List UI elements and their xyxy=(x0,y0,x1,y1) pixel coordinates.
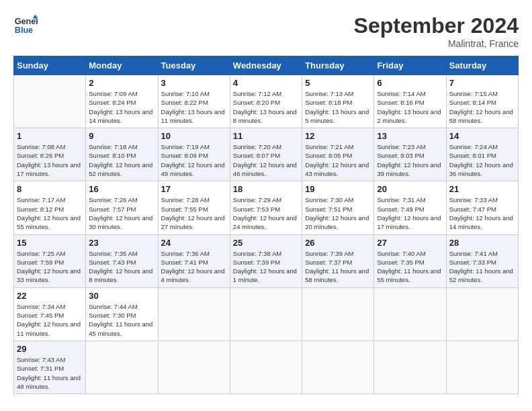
day-detail: Sunrise: 7:40 AMSunset: 7:35 PMDaylight:… xyxy=(377,249,443,285)
day-number: 29 xyxy=(17,344,83,354)
day-detail: Sunrise: 7:14 AMSunset: 8:16 PMDaylight:… xyxy=(377,89,443,125)
calendar-cell xyxy=(86,340,158,394)
calendar-cell xyxy=(446,287,518,340)
calendar-cell: 25Sunrise: 7:38 AMSunset: 7:39 PMDayligh… xyxy=(230,234,302,287)
day-number: 18 xyxy=(233,184,299,194)
calendar-cell xyxy=(230,340,302,394)
weekday-header-row: SundayMondayTuesdayWednesdayThursdayFrid… xyxy=(14,56,519,75)
calendar-week-6: 29Sunrise: 7:43 AMSunset: 7:31 PMDayligh… xyxy=(14,340,519,394)
day-number: 17 xyxy=(161,184,227,194)
day-detail: Sunrise: 7:18 AMSunset: 8:10 PMDaylight:… xyxy=(89,142,154,178)
day-number: 7 xyxy=(449,78,515,88)
day-number: 2 xyxy=(89,78,154,88)
calendar-cell: 15Sunrise: 7:25 AMSunset: 7:59 PMDayligh… xyxy=(14,234,86,287)
calendar-cell: 2Sunrise: 7:09 AMSunset: 8:24 PMDaylight… xyxy=(86,75,158,128)
weekday-header-wednesday: Wednesday xyxy=(230,56,302,75)
day-detail: Sunrise: 7:30 AMSunset: 7:51 PMDaylight:… xyxy=(305,195,371,231)
day-detail: Sunrise: 7:35 AMSunset: 7:43 PMDaylight:… xyxy=(89,249,154,285)
calendar-cell: 8Sunrise: 7:17 AMSunset: 8:12 PMDaylight… xyxy=(14,181,86,234)
day-detail: Sunrise: 7:25 AMSunset: 7:59 PMDaylight:… xyxy=(17,249,83,285)
calendar-cell: 6Sunrise: 7:14 AMSunset: 8:16 PMDaylight… xyxy=(374,75,446,128)
day-number: 12 xyxy=(305,131,371,141)
calendar-cell: 28Sunrise: 7:41 AMSunset: 7:33 PMDayligh… xyxy=(446,234,518,287)
day-number: 4 xyxy=(233,78,299,88)
day-detail: Sunrise: 7:15 AMSunset: 8:14 PMDaylight:… xyxy=(449,89,515,125)
day-number: 21 xyxy=(449,184,515,194)
calendar-cell: 20Sunrise: 7:31 AMSunset: 7:49 PMDayligh… xyxy=(374,181,446,234)
day-number: 6 xyxy=(377,78,443,88)
calendar-cell xyxy=(158,340,230,394)
calendar-cell: 5Sunrise: 7:13 AMSunset: 8:18 PMDaylight… xyxy=(302,75,374,128)
calendar-week-2: 1Sunrise: 7:08 AMSunset: 8:26 PMDaylight… xyxy=(14,128,519,181)
day-number: 11 xyxy=(233,131,299,141)
calendar-cell: 27Sunrise: 7:40 AMSunset: 7:35 PMDayligh… xyxy=(374,234,446,287)
weekday-header-friday: Friday xyxy=(374,56,446,75)
day-detail: Sunrise: 7:33 AMSunset: 7:47 PMDaylight:… xyxy=(449,195,515,231)
day-number: 19 xyxy=(305,184,371,194)
day-detail: Sunrise: 7:29 AMSunset: 7:53 PMDaylight:… xyxy=(233,195,299,231)
weekday-header-saturday: Saturday xyxy=(446,56,518,75)
weekday-header-tuesday: Tuesday xyxy=(158,56,230,75)
day-detail: Sunrise: 7:10 AMSunset: 8:22 PMDaylight:… xyxy=(161,89,227,125)
calendar-cell xyxy=(302,340,374,394)
calendar-cell: 7Sunrise: 7:15 AMSunset: 8:14 PMDaylight… xyxy=(446,75,518,128)
day-number: 1 xyxy=(17,131,83,141)
calendar-cell xyxy=(14,75,86,128)
calendar-week-4: 15Sunrise: 7:25 AMSunset: 7:59 PMDayligh… xyxy=(14,234,519,287)
day-detail: Sunrise: 7:44 AMSunset: 7:30 PMDaylight:… xyxy=(89,302,154,338)
day-detail: Sunrise: 7:24 AMSunset: 8:01 PMDaylight:… xyxy=(449,142,515,178)
calendar-cell xyxy=(230,287,302,340)
calendar-cell xyxy=(446,340,518,394)
day-detail: Sunrise: 7:43 AMSunset: 7:31 PMDaylight:… xyxy=(17,355,83,391)
day-detail: Sunrise: 7:09 AMSunset: 8:24 PMDaylight:… xyxy=(89,89,154,125)
calendar-cell xyxy=(374,287,446,340)
calendar-cell: 4Sunrise: 7:12 AMSunset: 8:20 PMDaylight… xyxy=(230,75,302,128)
day-detail: Sunrise: 7:20 AMSunset: 8:07 PMDaylight:… xyxy=(233,142,299,178)
logo: General Blue xyxy=(13,13,38,38)
day-number: 26 xyxy=(305,238,371,248)
day-detail: Sunrise: 7:12 AMSunset: 8:20 PMDaylight:… xyxy=(233,89,299,125)
weekday-header-thursday: Thursday xyxy=(302,56,374,75)
calendar-week-1: 2Sunrise: 7:09 AMSunset: 8:24 PMDaylight… xyxy=(14,75,519,128)
calendar-cell: 11Sunrise: 7:20 AMSunset: 8:07 PMDayligh… xyxy=(230,128,302,181)
day-number: 22 xyxy=(17,291,83,301)
calendar-cell: 10Sunrise: 7:19 AMSunset: 8:09 PMDayligh… xyxy=(158,128,230,181)
svg-text:Blue: Blue xyxy=(15,26,33,35)
day-detail: Sunrise: 7:39 AMSunset: 7:37 PMDaylight:… xyxy=(305,249,371,285)
calendar-cell: 17Sunrise: 7:28 AMSunset: 7:55 PMDayligh… xyxy=(158,181,230,234)
calendar-week-5: 22Sunrise: 7:34 AMSunset: 7:45 PMDayligh… xyxy=(14,287,519,340)
day-detail: Sunrise: 7:41 AMSunset: 7:33 PMDaylight:… xyxy=(449,249,515,285)
weekday-header-sunday: Sunday xyxy=(14,56,86,75)
day-detail: Sunrise: 7:38 AMSunset: 7:39 PMDaylight:… xyxy=(233,249,299,285)
calendar-cell: 16Sunrise: 7:26 AMSunset: 7:57 PMDayligh… xyxy=(86,181,158,234)
calendar-table: SundayMondayTuesdayWednesdayThursdayFrid… xyxy=(13,56,519,394)
calendar-cell: 22Sunrise: 7:34 AMSunset: 7:45 PMDayligh… xyxy=(14,287,86,340)
day-detail: Sunrise: 7:19 AMSunset: 8:09 PMDaylight:… xyxy=(161,142,227,178)
calendar-cell: 14Sunrise: 7:24 AMSunset: 8:01 PMDayligh… xyxy=(446,128,518,181)
calendar-cell: 24Sunrise: 7:36 AMSunset: 7:41 PMDayligh… xyxy=(158,234,230,287)
calendar-cell: 18Sunrise: 7:29 AMSunset: 7:53 PMDayligh… xyxy=(230,181,302,234)
calendar-cell xyxy=(374,340,446,394)
day-detail: Sunrise: 7:13 AMSunset: 8:18 PMDaylight:… xyxy=(305,89,371,125)
calendar-cell: 1Sunrise: 7:08 AMSunset: 8:26 PMDaylight… xyxy=(14,128,86,181)
day-number: 28 xyxy=(449,238,515,248)
day-detail: Sunrise: 7:26 AMSunset: 7:57 PMDaylight:… xyxy=(89,195,154,231)
day-number: 9 xyxy=(89,131,154,141)
day-detail: Sunrise: 7:34 AMSunset: 7:45 PMDaylight:… xyxy=(17,302,83,338)
day-number: 3 xyxy=(161,78,227,88)
calendar-cell xyxy=(302,287,374,340)
calendar-cell: 19Sunrise: 7:30 AMSunset: 7:51 PMDayligh… xyxy=(302,181,374,234)
month-title: September 2024 xyxy=(354,13,519,38)
logo-icon: General Blue xyxy=(13,13,38,38)
day-detail: Sunrise: 7:08 AMSunset: 8:26 PMDaylight:… xyxy=(17,142,83,178)
day-number: 14 xyxy=(449,131,515,141)
day-detail: Sunrise: 7:36 AMSunset: 7:41 PMDaylight:… xyxy=(161,249,227,285)
day-number: 15 xyxy=(17,238,83,248)
day-number: 30 xyxy=(89,291,154,301)
calendar-cell: 21Sunrise: 7:33 AMSunset: 7:47 PMDayligh… xyxy=(446,181,518,234)
day-detail: Sunrise: 7:21 AMSunset: 8:05 PMDaylight:… xyxy=(305,142,371,178)
day-detail: Sunrise: 7:17 AMSunset: 8:12 PMDaylight:… xyxy=(17,195,83,231)
weekday-header-monday: Monday xyxy=(86,56,158,75)
day-number: 5 xyxy=(305,78,371,88)
day-detail: Sunrise: 7:31 AMSunset: 7:49 PMDaylight:… xyxy=(377,195,443,231)
